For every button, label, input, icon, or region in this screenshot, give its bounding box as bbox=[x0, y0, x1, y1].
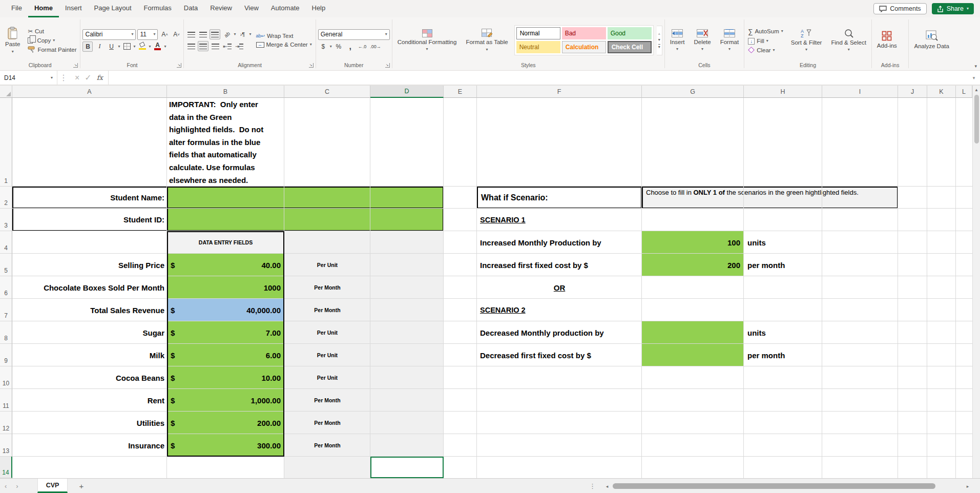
increase-indent-button[interactable]: ⇥ bbox=[234, 41, 244, 51]
prev-sheet-arrow[interactable]: ‹ bbox=[0, 482, 11, 490]
horizontal-scrollbar[interactable]: ◂ ▸ bbox=[602, 481, 972, 491]
scroll-left-arrow[interactable]: ◂ bbox=[602, 484, 612, 489]
orientation-chevron[interactable]: ▾ bbox=[234, 32, 236, 36]
align-left-button[interactable] bbox=[186, 41, 196, 51]
text-direction-button[interactable]: ›¶ bbox=[238, 29, 248, 39]
tab-home[interactable]: Home bbox=[28, 0, 59, 17]
cell-c13-unit[interactable]: Per Month bbox=[284, 434, 370, 457]
alignment-dialog-launcher[interactable]: ↘ bbox=[309, 63, 314, 68]
wrap-text-button[interactable]: ab↩Wrap Text bbox=[255, 32, 295, 39]
paste-button[interactable]: Paste ▾ bbox=[2, 26, 23, 54]
sort-filter-chevron[interactable]: ▾ bbox=[805, 48, 807, 52]
font-color-chevron[interactable]: ▾ bbox=[164, 45, 166, 49]
tab-automate[interactable]: Automate bbox=[265, 0, 306, 17]
font-size-select[interactable]: 11▾ bbox=[137, 29, 158, 40]
selected-cell-d14[interactable] bbox=[370, 457, 444, 478]
cell-c9-unit[interactable]: Per Unit bbox=[284, 344, 370, 366]
addins-button[interactable]: Add-ins bbox=[874, 30, 900, 50]
cell-c11-unit[interactable]: Per Month bbox=[284, 389, 370, 412]
tab-insert[interactable]: Insert bbox=[59, 0, 88, 17]
conditional-formatting-button[interactable]: Conditional Formatting ▾ bbox=[394, 28, 460, 52]
analyze-data-button[interactable]: Analyze Data bbox=[911, 29, 952, 51]
formula-input[interactable] bbox=[109, 71, 968, 85]
scroll-right-arrow[interactable]: ▸ bbox=[963, 484, 972, 489]
tab-page-layout[interactable]: Page Layout bbox=[88, 0, 138, 17]
borders-chevron[interactable]: ▾ bbox=[134, 45, 136, 49]
cell-c12-unit[interactable]: Per Month bbox=[284, 412, 370, 434]
find-select-chevron[interactable]: ▾ bbox=[848, 48, 850, 52]
bold-button[interactable]: B bbox=[82, 42, 93, 52]
delete-chevron[interactable]: ▾ bbox=[701, 47, 703, 51]
orientation-button[interactable]: ab bbox=[220, 27, 234, 42]
font-name-select[interactable]: Calibri▾ bbox=[82, 29, 136, 40]
format-chevron[interactable]: ▾ bbox=[728, 47, 731, 51]
insert-function-icon[interactable]: fx bbox=[97, 74, 103, 81]
accounting-format-chevron[interactable]: ▾ bbox=[330, 45, 332, 49]
align-middle-button[interactable] bbox=[198, 29, 208, 39]
merge-center-button[interactable]: ↔Merge & Center▾ bbox=[255, 41, 314, 48]
font-color-button[interactable]: A bbox=[153, 42, 163, 52]
align-top-button[interactable] bbox=[186, 29, 196, 39]
vertical-scroll-thumb[interactable] bbox=[974, 95, 979, 143]
collapse-ribbon-chevron[interactable]: ▾ bbox=[974, 64, 977, 69]
clipboard-dialog-launcher[interactable]: ↘ bbox=[73, 63, 78, 68]
vertical-scrollbar[interactable]: ▲ bbox=[972, 86, 980, 478]
decrease-indent-button[interactable]: ⇤ bbox=[222, 41, 232, 51]
fill-button[interactable]: ↓Fill▾ bbox=[746, 37, 770, 45]
gallery-expand-arrow[interactable]: ▾ bbox=[658, 44, 660, 49]
fill-color-chevron[interactable]: ▾ bbox=[149, 45, 151, 49]
copy-button[interactable]: Copy▾ bbox=[26, 37, 78, 44]
tab-help[interactable]: Help bbox=[306, 0, 332, 17]
grow-font-button[interactable]: A˄ bbox=[159, 29, 170, 39]
sheet-tab-cvp[interactable]: CVP bbox=[37, 479, 68, 493]
style-good[interactable]: Good bbox=[608, 27, 652, 39]
underline-button[interactable]: U bbox=[106, 42, 116, 52]
clear-chevron[interactable]: ▾ bbox=[773, 48, 775, 52]
next-sheet-arrow[interactable]: › bbox=[11, 482, 23, 490]
expand-formula-bar-chevron[interactable]: ▾ bbox=[968, 75, 980, 80]
share-button[interactable]: Share ▾ bbox=[932, 3, 974, 14]
comments-button[interactable]: Comments bbox=[873, 3, 926, 14]
shrink-font-button[interactable]: A˅ bbox=[171, 29, 181, 39]
style-bad[interactable]: Bad bbox=[562, 27, 606, 39]
format-painter-button[interactable]: Format Painter bbox=[26, 46, 78, 54]
cut-button[interactable]: ✂Cut bbox=[26, 27, 78, 35]
number-dialog-launcher[interactable]: ↘ bbox=[385, 63, 390, 68]
conditional-formatting-chevron[interactable]: ▾ bbox=[426, 47, 428, 51]
insert-chevron[interactable]: ▾ bbox=[676, 47, 678, 51]
add-sheet-button[interactable]: + bbox=[79, 482, 84, 490]
italic-button[interactable]: I bbox=[94, 42, 105, 52]
autosum-button[interactable]: ∑AutoSum▾ bbox=[746, 27, 785, 36]
tab-formulas[interactable]: Formulas bbox=[138, 0, 178, 17]
cell-c5-unit[interactable]: Per Unit bbox=[284, 254, 370, 276]
enter-icon[interactable]: ✓ bbox=[85, 73, 91, 83]
copy-chevron[interactable]: ▾ bbox=[53, 38, 55, 43]
clear-button[interactable]: Clear▾ bbox=[746, 47, 777, 54]
percent-style-button[interactable]: % bbox=[333, 42, 344, 52]
gallery-up-arrow[interactable]: ▴ bbox=[658, 32, 660, 36]
style-normal[interactable]: Normal bbox=[516, 27, 560, 39]
cell-c7-unit[interactable]: Per Month bbox=[284, 299, 370, 321]
style-check-cell[interactable]: Check Cell bbox=[608, 41, 652, 53]
autosum-chevron[interactable]: ▾ bbox=[781, 29, 783, 33]
paste-chevron[interactable]: ▾ bbox=[12, 50, 14, 54]
increase-decimal-button[interactable]: ←.0 bbox=[357, 42, 368, 52]
namebox-splitter[interactable]: ⋮ bbox=[57, 73, 70, 83]
number-format-select[interactable]: General▾ bbox=[318, 29, 390, 40]
underline-chevron[interactable]: ▾ bbox=[118, 45, 120, 49]
merge-center-chevron[interactable]: ▾ bbox=[310, 43, 312, 47]
tab-file[interactable]: File bbox=[5, 0, 28, 17]
select-all-corner[interactable] bbox=[0, 86, 12, 98]
find-select-button[interactable]: Find & Select ▾ bbox=[828, 28, 869, 53]
name-box[interactable]: D14 ▾ bbox=[0, 71, 57, 85]
delete-cells-button[interactable]: Delete ▾ bbox=[691, 28, 714, 52]
cancel-icon[interactable]: × bbox=[75, 73, 79, 83]
share-dropdown-chevron[interactable]: ▾ bbox=[967, 7, 969, 11]
scroll-up-arrow[interactable]: ▲ bbox=[973, 86, 980, 94]
tab-data[interactable]: Data bbox=[178, 0, 204, 17]
style-calculation[interactable]: Calculation bbox=[562, 41, 606, 53]
insert-cells-button[interactable]: Insert ▾ bbox=[667, 28, 688, 52]
font-dialog-launcher[interactable]: ↘ bbox=[177, 63, 181, 68]
accounting-format-button[interactable]: $ bbox=[318, 42, 328, 52]
sort-filter-button[interactable]: AZ Sort & Filter ▾ bbox=[788, 28, 825, 53]
